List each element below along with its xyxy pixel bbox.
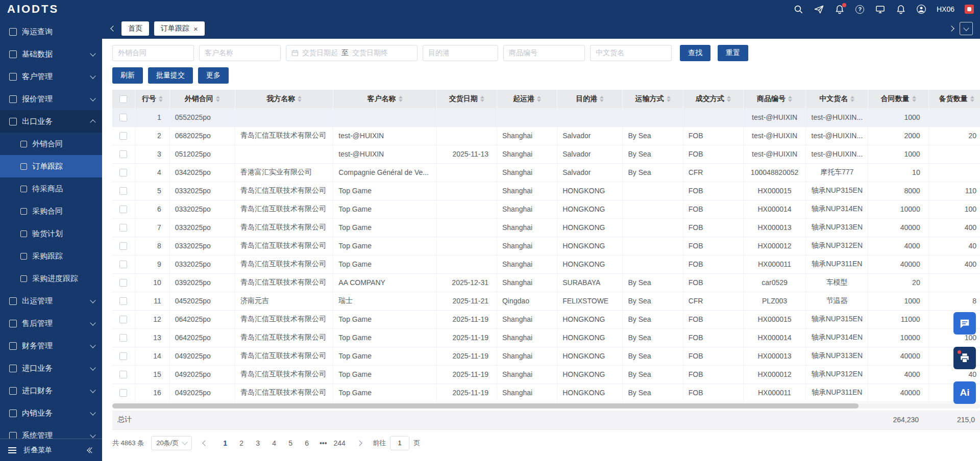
row-checkbox[interactable] — [119, 334, 127, 342]
row-checkbox[interactable] — [119, 316, 127, 323]
table-row[interactable]: 120642025po青岛汇信互联技术有限公司Top Game2025-11-1… — [112, 310, 980, 328]
column-header[interactable]: 客户名称 — [333, 90, 436, 108]
table-row[interactable]: 90332025po青岛汇信互联技术有限公司Top GameShanghaiHO… — [112, 255, 980, 273]
sidebar-item[interactable]: 财务管理 — [0, 335, 102, 357]
row-checkbox[interactable] — [119, 132, 127, 140]
row-checkbox[interactable] — [119, 371, 127, 378]
page-number-button[interactable]: 244 — [333, 436, 346, 450]
sidebar-item[interactable]: 出口业务 — [0, 110, 102, 133]
page-number-button[interactable]: 5 — [284, 436, 297, 450]
sidebar-subitem[interactable]: 采购合同 — [0, 200, 102, 222]
help-icon[interactable]: ? — [855, 4, 865, 14]
column-header[interactable]: 我方名称 — [235, 90, 333, 108]
prev-page-button[interactable] — [199, 436, 211, 450]
column-header[interactable]: 成交方式 — [683, 90, 743, 108]
tab-actions-dropdown[interactable] — [960, 22, 973, 35]
sidebar-subitem[interactable]: 订单跟踪 — [0, 155, 102, 177]
horizontal-scrollbar-thumb[interactable] — [112, 403, 859, 408]
message-button[interactable] — [953, 312, 976, 335]
filter-input[interactable]: 中文货名 — [590, 45, 672, 61]
column-header[interactable]: 商品编号 — [743, 90, 805, 108]
reset-button[interactable]: 重置 — [718, 45, 748, 61]
sidebar-subitem[interactable]: 采购进度跟踪 — [0, 267, 102, 290]
column-header[interactable]: 行号 — [135, 90, 169, 108]
filter-input[interactable]: 外销合同 — [112, 45, 194, 61]
table-row[interactable]: 150492025po青岛汇信互联技术有限公司Top Game2025-11-1… — [112, 365, 980, 383]
avatar[interactable] — [916, 4, 926, 14]
search-button[interactable]: 查找 — [680, 45, 710, 61]
table-row[interactable]: 140492025po青岛汇信互联技术有限公司Top Game2025-11-1… — [112, 347, 980, 365]
row-checkbox[interactable] — [119, 352, 127, 360]
table-row[interactable]: 70332025po青岛汇信互联技术有限公司Top GameShanghaiHO… — [112, 218, 980, 237]
row-checkbox[interactable] — [119, 242, 127, 250]
row-checkbox[interactable] — [119, 187, 127, 195]
collapse-menu-button[interactable]: 折叠菜单 — [0, 439, 102, 461]
page-number-button[interactable]: 6 — [300, 436, 313, 450]
tabs-scroll-left-icon[interactable] — [110, 25, 116, 31]
sidebar-item[interactable]: 报价管理 — [0, 88, 102, 110]
column-header[interactable]: 备货数量 — [928, 90, 980, 108]
row-checkbox[interactable] — [119, 389, 127, 397]
tab-item[interactable]: 首页 — [121, 21, 149, 36]
refresh-button[interactable]: 刷新 — [112, 67, 143, 84]
column-header[interactable]: 运输方式 — [623, 90, 683, 108]
monitor-icon[interactable] — [875, 4, 886, 14]
row-checkbox[interactable] — [119, 261, 127, 268]
ai-assistant-button[interactable]: Ai — [953, 381, 976, 404]
table-row[interactable]: 60332025po青岛汇信互联技术有限公司Top GameShanghaiHO… — [112, 200, 980, 218]
sidebar-item[interactable]: 进口财务 — [0, 379, 102, 402]
delivery-date-range-input[interactable]: 交货日期起至交货日期终 — [286, 45, 418, 61]
batch-submit-button[interactable]: 批量提交 — [148, 67, 193, 84]
red-app-icon[interactable] — [965, 5, 974, 14]
table-row[interactable]: 160492025po青岛汇信互联技术有限公司Top Game2025-11-1… — [112, 383, 980, 402]
page-number-button[interactable]: 3 — [251, 436, 264, 450]
table-row[interactable]: 110452025po济南元吉瑞士2025-11-21QingdaoFELIXS… — [112, 292, 980, 310]
search-icon[interactable] — [794, 4, 804, 14]
tabs-scroll-right-icon[interactable] — [948, 25, 954, 31]
select-all-checkbox[interactable] — [119, 95, 127, 103]
close-icon[interactable]: × — [193, 25, 198, 33]
row-checkbox[interactable] — [119, 206, 127, 213]
more-button[interactable]: 更多 — [198, 67, 229, 84]
sidebar-item[interactable]: 售后管理 — [0, 312, 102, 335]
table-row[interactable]: 50332025po青岛汇信互联技术有限公司Top GameShanghaiHO… — [112, 182, 980, 200]
send-icon[interactable] — [814, 4, 824, 14]
table-row[interactable]: 40342025po香港富汇实业有限公司Compagnie Général de… — [112, 163, 980, 182]
table-row[interactable]: 20682025po青岛汇信互联技术有限公司test-@HUIXINShangh… — [112, 126, 980, 145]
sidebar-item[interactable]: 基础数据 — [0, 43, 102, 65]
sidebar-item[interactable]: 系统管理 — [0, 424, 102, 439]
sidebar-item[interactable]: 内销业务 — [0, 402, 102, 424]
goto-page-input[interactable] — [390, 436, 409, 450]
print-button[interactable] — [953, 347, 976, 369]
more-pages-button[interactable]: ••• — [316, 436, 330, 450]
page-number-button[interactable]: 4 — [267, 436, 281, 450]
sidebar-subitem[interactable]: 验货计划 — [0, 222, 102, 245]
notification-bell-icon[interactable] — [835, 4, 845, 14]
page-size-select[interactable]: 20条/页 — [151, 436, 192, 450]
row-checkbox[interactable] — [119, 114, 127, 121]
sidebar-subitem[interactable]: 外销合同 — [0, 133, 102, 155]
column-header[interactable]: 外销合同 — [169, 90, 235, 108]
table-row[interactable]: 80332025po青岛汇信互联技术有限公司Top GameShanghaiHO… — [112, 237, 980, 255]
column-header[interactable]: 交货日期 — [436, 90, 497, 108]
tab-active[interactable]: 订单跟踪× — [154, 21, 205, 36]
row-checkbox[interactable] — [119, 279, 127, 287]
sidebar-item[interactable]: 海运查询 — [0, 20, 102, 43]
table-row[interactable]: 30512025potest-@HUIXIN2025-11-13Shanghai… — [112, 145, 980, 163]
filter-input[interactable]: 客户名称 — [199, 45, 281, 61]
column-header[interactable]: 起运港 — [497, 90, 557, 108]
filter-input[interactable]: 商品编号 — [503, 45, 585, 61]
column-header[interactable]: 合同数量 — [868, 90, 928, 108]
column-header[interactable]: 中文货名 — [806, 90, 868, 108]
table-row[interactable]: 10552025potest-@HUIXINtest-@HUIXIN...100… — [112, 108, 980, 126]
row-checkbox[interactable] — [119, 224, 127, 232]
page-number-button[interactable]: 2 — [235, 436, 248, 450]
sidebar-subitem[interactable]: 采购跟踪 — [0, 245, 102, 267]
row-checkbox[interactable] — [119, 169, 127, 176]
sidebar-item[interactable]: 出运管理 — [0, 290, 102, 312]
page-number-button[interactable]: 1 — [218, 436, 232, 450]
table-row[interactable]: 100392025po青岛汇信互联技术有限公司AA COMPANY2025-12… — [112, 273, 980, 292]
row-checkbox[interactable] — [119, 297, 127, 305]
sidebar-subitem[interactable]: 待采商品 — [0, 177, 102, 200]
bell-icon[interactable] — [896, 4, 906, 14]
